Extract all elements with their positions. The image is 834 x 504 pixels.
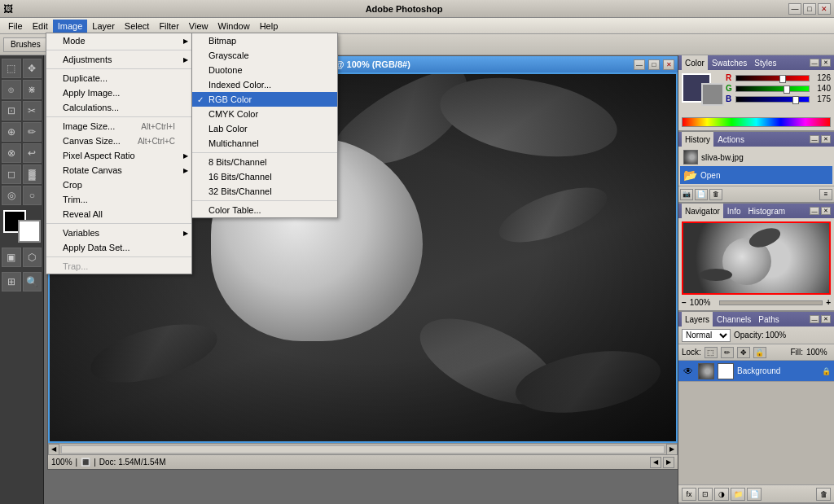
- screen-mode[interactable]: ⊞: [2, 272, 21, 291]
- zoom-in-btn[interactable]: +: [826, 298, 831, 307]
- menu-apply-data-set-item[interactable]: Apply Data Set...: [46, 240, 191, 255]
- new-layer-btn[interactable]: 📄: [747, 488, 762, 501]
- navigator-panel-close[interactable]: ✕: [821, 207, 831, 215]
- histogram-tab[interactable]: Histogram: [745, 204, 789, 218]
- background-swatch[interactable]: [701, 83, 724, 106]
- zoom-slider[interactable]: [719, 300, 823, 305]
- layers-panel-close[interactable]: ✕: [821, 315, 831, 323]
- doc-maximize-button[interactable]: □: [648, 59, 660, 70]
- close-button[interactable]: ✕: [818, 3, 831, 15]
- history-panel-close[interactable]: ✕: [821, 135, 831, 143]
- mode-indexed-color-item[interactable]: Indexed Color...: [192, 77, 337, 92]
- eraser-tool[interactable]: ◻: [2, 164, 21, 184]
- mode-bitmap-item[interactable]: Bitmap: [192, 33, 337, 48]
- menu-layer[interactable]: Layer: [87, 20, 120, 33]
- new-group-btn[interactable]: 📁: [731, 488, 745, 501]
- doc-close-button[interactable]: ✕: [663, 59, 674, 70]
- magic-wand-tool[interactable]: ⋇: [23, 80, 42, 99]
- layers-panel-minimize[interactable]: —: [810, 315, 819, 323]
- marquee-tool[interactable]: ⬚: [2, 59, 21, 78]
- brushes-tab[interactable]: Brushes: [3, 37, 48, 52]
- info-tab[interactable]: Info: [724, 204, 744, 218]
- scroll-left-btn[interactable]: ◀: [650, 457, 661, 468]
- lock-position-btn[interactable]: ✥: [737, 347, 750, 358]
- color-panel-minimize[interactable]: —: [810, 59, 819, 67]
- scroll-right-btn[interactable]: ▶: [663, 457, 674, 468]
- mode-color-table-item[interactable]: Color Table...: [192, 203, 337, 217]
- navigator-tab[interactable]: Navigator: [682, 204, 723, 218]
- history-open-item[interactable]: 📂 Open: [680, 166, 832, 184]
- menu-trim-item[interactable]: Trim...: [46, 192, 191, 207]
- crop-tool[interactable]: ⊡: [2, 101, 21, 121]
- menu-image[interactable]: Image: [53, 20, 88, 33]
- layers-tab[interactable]: Layers: [682, 312, 713, 327]
- red-slider[interactable]: [735, 75, 810, 81]
- maximize-button[interactable]: □: [803, 3, 816, 15]
- move-tool[interactable]: ✥: [23, 59, 42, 78]
- gradient-tool[interactable]: ▓: [23, 164, 42, 184]
- delete-history-btn[interactable]: 🗑: [709, 189, 722, 200]
- menu-edit[interactable]: Edit: [28, 20, 53, 33]
- blend-mode-select[interactable]: Normal Multiply Screen: [682, 329, 731, 342]
- mode-8bit-item[interactable]: 8 Bits/Channel: [192, 155, 337, 169]
- color-panel-close[interactable]: ✕: [821, 59, 831, 67]
- menu-trap-item[interactable]: Trap...: [46, 259, 191, 274]
- menu-select[interactable]: Select: [120, 20, 155, 33]
- history-brush-tool[interactable]: ↩: [23, 143, 42, 163]
- mode-duotone-item[interactable]: Duotone: [192, 63, 337, 77]
- lock-pixels-btn[interactable]: ✏: [721, 347, 734, 358]
- quickmask-mode[interactable]: ⬡: [23, 248, 42, 267]
- paths-tab[interactable]: Paths: [755, 312, 783, 327]
- menu-variables-item[interactable]: Variables: [46, 226, 191, 240]
- mode-32bit-item[interactable]: 32 Bits/Channel: [192, 184, 337, 199]
- minimize-button[interactable]: —: [788, 3, 801, 15]
- zoom-out-btn[interactable]: −: [682, 298, 687, 307]
- swatches-tab[interactable]: Swatches: [709, 55, 750, 70]
- dodge-tool[interactable]: ○: [23, 186, 42, 205]
- brush-tool[interactable]: ✏: [23, 122, 42, 142]
- menu-rotate-canvas-item[interactable]: Rotate Canvas: [46, 163, 191, 177]
- menu-pixel-aspect-item[interactable]: Pixel Aspect Ratio: [46, 148, 191, 163]
- layer-visibility-toggle[interactable]: 👁: [682, 365, 695, 378]
- navigator-preview[interactable]: [682, 221, 831, 295]
- channels-tab[interactable]: Channels: [713, 312, 754, 327]
- mode-rgb-item[interactable]: RGB Color: [192, 92, 337, 107]
- lock-all-btn[interactable]: 🔒: [753, 347, 766, 358]
- new-document-btn[interactable]: 📄: [695, 189, 708, 200]
- delete-layer-btn[interactable]: 🗑: [816, 488, 831, 501]
- menu-apply-image-item[interactable]: Apply Image...: [46, 85, 191, 100]
- history-settings-btn[interactable]: ≡: [819, 189, 832, 200]
- menu-adjustments-item[interactable]: Adjustments: [46, 52, 191, 67]
- layer-adj-btn[interactable]: ◑: [714, 488, 729, 501]
- zoom-tool[interactable]: 🔍: [23, 272, 42, 291]
- actions-tab[interactable]: Actions: [714, 132, 748, 147]
- menu-reveal-all-item[interactable]: Reveal All: [46, 207, 191, 221]
- styles-tab[interactable]: Styles: [751, 55, 779, 70]
- slice-tool[interactable]: ✂: [23, 101, 42, 121]
- history-panel-minimize[interactable]: —: [810, 135, 819, 143]
- mode-multichannel-item[interactable]: Multichannel: [192, 136, 337, 151]
- menu-canvas-size-item[interactable]: Canvas Size...Alt+Ctrl+C: [46, 134, 191, 148]
- mode-cmyk-item[interactable]: CMYK Color: [192, 107, 337, 121]
- menu-view[interactable]: View: [184, 20, 213, 33]
- color-tab[interactable]: Color: [682, 55, 708, 70]
- mode-grayscale-item[interactable]: Grayscale: [192, 48, 337, 63]
- lasso-tool[interactable]: ⌾: [2, 80, 21, 99]
- blue-slider[interactable]: [735, 96, 810, 103]
- menu-duplicate-item[interactable]: Duplicate...: [46, 71, 191, 85]
- lock-transparent-btn[interactable]: ⬚: [705, 347, 718, 358]
- history-tab[interactable]: History: [682, 132, 713, 147]
- menu-calculations-item[interactable]: Calculations...: [46, 100, 191, 115]
- menu-help[interactable]: Help: [255, 20, 283, 33]
- doc-minimize-button[interactable]: —: [634, 59, 645, 70]
- standard-mode[interactable]: ▣: [2, 248, 21, 267]
- layer-mask-btn[interactable]: ⊡: [698, 488, 713, 501]
- menu-window[interactable]: Window: [213, 20, 255, 33]
- menu-image-size-item[interactable]: Image Size...Alt+Ctrl+I: [46, 119, 191, 134]
- menu-file[interactable]: File: [3, 20, 28, 33]
- healing-brush-tool[interactable]: ⊕: [2, 122, 21, 142]
- green-slider[interactable]: [735, 85, 810, 92]
- background-color[interactable]: [18, 220, 41, 243]
- mode-lab-item[interactable]: Lab Color: [192, 121, 337, 136]
- history-snapshot-item[interactable]: sliva-bw.jpg: [680, 148, 832, 166]
